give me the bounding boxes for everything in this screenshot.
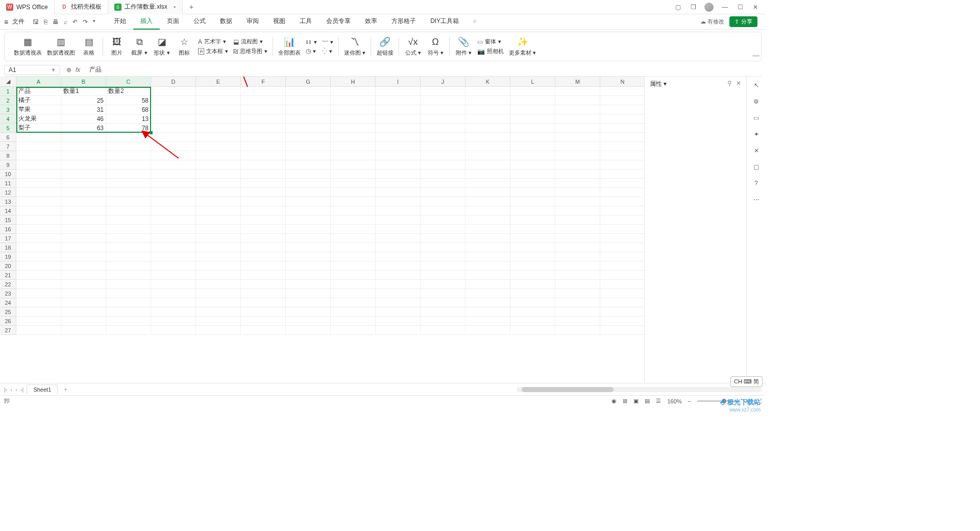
share-button[interactable]: ⇪分享	[729, 16, 757, 27]
cell-E25[interactable]	[196, 307, 241, 317]
tab-formula[interactable]: 公式	[186, 14, 213, 30]
table-button[interactable]: ▤表格	[80, 36, 97, 57]
cell-C1[interactable]: 数量2	[106, 87, 151, 96]
cell-M19[interactable]	[555, 252, 600, 261]
cell-M22[interactable]	[555, 280, 600, 289]
cell-F2[interactable]	[241, 96, 286, 105]
cell-F16[interactable]	[241, 225, 286, 234]
row-header-19[interactable]: 19	[0, 252, 16, 261]
cell-A23[interactable]	[16, 289, 61, 298]
tab-diy[interactable]: DIY工具箱	[423, 14, 466, 30]
cell-B9[interactable]	[61, 160, 106, 170]
row-header-27[interactable]: 27	[0, 326, 16, 335]
bar-chart-button[interactable]: ⫾⫾ ▾	[306, 38, 317, 45]
cell-N4[interactable]	[600, 114, 644, 124]
cell-G25[interactable]	[286, 307, 331, 317]
cell-C11[interactable]	[106, 179, 151, 188]
col-header-L[interactable]: L	[510, 77, 555, 87]
cell-G27[interactable]	[286, 326, 331, 335]
cell-I2[interactable]	[376, 96, 421, 105]
cell-N17[interactable]	[600, 234, 644, 243]
pending-changes[interactable]: ☁有修改	[700, 18, 724, 26]
col-header-A[interactable]: A	[16, 77, 61, 87]
cell-I19[interactable]	[376, 252, 421, 261]
cell-J26[interactable]	[421, 317, 465, 326]
cell-K13[interactable]	[465, 197, 510, 206]
cell-J14[interactable]	[421, 206, 465, 215]
cell-M15[interactable]	[555, 215, 600, 225]
icon-button[interactable]: ☆图标	[176, 36, 193, 57]
cell-I23[interactable]	[376, 289, 421, 298]
cell-F3[interactable]	[241, 105, 286, 114]
cell-C8[interactable]	[106, 151, 151, 160]
cell-M9[interactable]	[555, 160, 600, 170]
cell-H8[interactable]	[331, 151, 376, 160]
cell-F7[interactable]	[241, 142, 286, 151]
cell-D20[interactable]	[151, 261, 196, 271]
cell-B27[interactable]	[61, 326, 106, 335]
row-header-25[interactable]: 25	[0, 307, 16, 317]
cell-H3[interactable]	[331, 105, 376, 114]
cell-A8[interactable]	[16, 151, 61, 160]
cell-J12[interactable]	[421, 188, 465, 197]
line-chart-button[interactable]: 〰 ▾	[322, 38, 333, 45]
cell-I7[interactable]	[376, 142, 421, 151]
cell-G22[interactable]	[286, 280, 331, 289]
cell-K26[interactable]	[465, 317, 510, 326]
cell-A19[interactable]	[16, 252, 61, 261]
view-page-icon[interactable]: ▤	[645, 398, 650, 404]
cell-A7[interactable]	[16, 142, 61, 151]
cell-L19[interactable]	[510, 252, 555, 261]
tools-icon[interactable]: ✕	[754, 147, 759, 154]
add-sheet-button[interactable]: ＋	[61, 385, 70, 393]
cell-D27[interactable]	[151, 326, 196, 335]
row-header-21[interactable]: 21	[0, 271, 16, 280]
cell-A22[interactable]	[16, 280, 61, 289]
cell-N24[interactable]	[600, 298, 644, 307]
cell-E22[interactable]	[196, 280, 241, 289]
cell-I6[interactable]	[376, 133, 421, 142]
cell-E9[interactable]	[196, 160, 241, 170]
cell-J5[interactable]	[421, 124, 465, 133]
cell-M20[interactable]	[555, 261, 600, 271]
cell-K15[interactable]	[465, 215, 510, 225]
cell-G15[interactable]	[286, 215, 331, 225]
settings-icon[interactable]: ⚙	[753, 98, 759, 105]
cell-L20[interactable]	[510, 261, 555, 271]
formula-button[interactable]: √x公式 ▾	[404, 37, 422, 57]
cell-M5[interactable]	[555, 124, 600, 133]
cell-A13[interactable]	[16, 197, 61, 206]
row-header-11[interactable]: 11	[0, 179, 16, 188]
cell-D12[interactable]	[151, 188, 196, 197]
cell-D24[interactable]	[151, 298, 196, 307]
cell-B20[interactable]	[61, 261, 106, 271]
cell-H17[interactable]	[331, 234, 376, 243]
cell-M25[interactable]	[555, 307, 600, 317]
cell-N8[interactable]	[600, 151, 644, 160]
sparkle-icon[interactable]: ✦	[754, 131, 759, 138]
col-header-K[interactable]: K	[465, 77, 510, 87]
cell-L13[interactable]	[510, 197, 555, 206]
cell-I8[interactable]	[376, 151, 421, 160]
cell-H9[interactable]	[331, 160, 376, 170]
col-header-B[interactable]: B	[61, 77, 106, 87]
cell-B18[interactable]	[61, 243, 106, 252]
cell-I17[interactable]	[376, 234, 421, 243]
cell-H18[interactable]	[331, 243, 376, 252]
cell-J18[interactable]	[421, 243, 465, 252]
close-panel-icon[interactable]: ✕	[736, 80, 741, 87]
tab-review[interactable]: 审阅	[239, 14, 266, 30]
cell-L23[interactable]	[510, 289, 555, 298]
cell-C17[interactable]	[106, 234, 151, 243]
cell-B26[interactable]	[61, 317, 106, 326]
cell-A14[interactable]	[16, 206, 61, 215]
cell-L5[interactable]	[510, 124, 555, 133]
cell-G26[interactable]	[286, 317, 331, 326]
ime-indicator[interactable]: CH ⌨ 简	[730, 376, 763, 387]
cell-D26[interactable]	[151, 317, 196, 326]
cell-A11[interactable]	[16, 179, 61, 188]
zoom-value[interactable]: 160%	[667, 398, 681, 404]
cell-E21[interactable]	[196, 271, 241, 280]
cell-D18[interactable]	[151, 243, 196, 252]
cell-N23[interactable]	[600, 289, 644, 298]
